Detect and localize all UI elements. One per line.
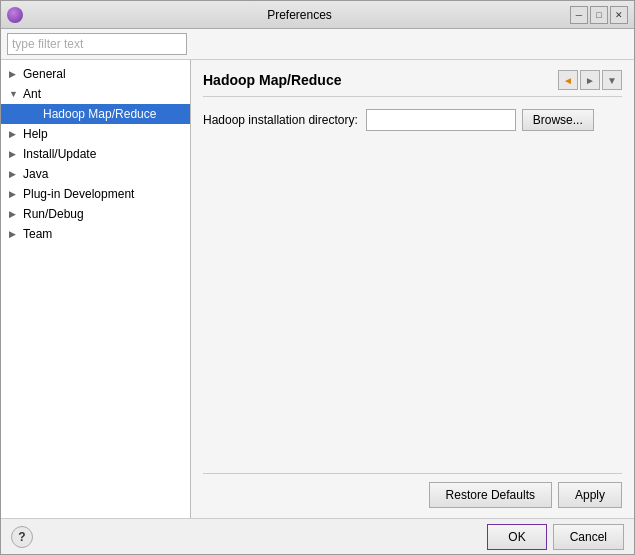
sidebar-label-java: Java — [23, 167, 48, 181]
sidebar-label-plugin: Plug-in Development — [23, 187, 134, 201]
right-panel: Hadoop Map/Reduce ◄ ► ▼ Hadoop installat… — [191, 60, 634, 518]
sidebar-label-hadoop: Hadoop Map/Reduce — [43, 107, 156, 121]
directory-input[interactable] — [366, 109, 516, 131]
nav-dropdown-button[interactable]: ▼ — [602, 70, 622, 90]
expand-arrow-team: ▶ — [9, 229, 19, 239]
window-title: Preferences — [29, 8, 570, 22]
nav-forward-button[interactable]: ► — [580, 70, 600, 90]
expand-arrow-plugin: ▶ — [9, 189, 19, 199]
help-button[interactable]: ? — [11, 526, 33, 548]
browse-button[interactable]: Browse... — [522, 109, 594, 131]
title-controls: ─ □ ✕ — [570, 6, 628, 24]
panel-nav: ◄ ► ▼ — [558, 70, 622, 90]
sidebar-item-install-update[interactable]: ▶ Install/Update — [1, 144, 190, 164]
ok-button[interactable]: OK — [487, 524, 546, 550]
sidebar-label-help: Help — [23, 127, 48, 141]
sidebar-label-general: General — [23, 67, 66, 81]
sidebar-item-run-debug[interactable]: ▶ Run/Debug — [1, 204, 190, 224]
ok-cancel-group: OK Cancel — [487, 524, 624, 550]
title-bar: Preferences ─ □ ✕ — [1, 1, 634, 29]
minimize-button[interactable]: ─ — [570, 6, 588, 24]
window-footer: ? OK Cancel — [1, 518, 634, 554]
app-icon — [7, 7, 23, 23]
expand-arrow-ant: ▼ — [9, 89, 19, 99]
expand-arrow-general: ▶ — [9, 69, 19, 79]
sidebar-item-team[interactable]: ▶ Team — [1, 224, 190, 244]
sidebar-label-team: Team — [23, 227, 52, 241]
expand-arrow-run: ▶ — [9, 209, 19, 219]
sidebar-item-help[interactable]: ▶ Help — [1, 124, 190, 144]
sidebar-tree: ▶ General ▼ Ant Hadoop Map/Reduce ▶ Help… — [1, 60, 191, 518]
nav-forward-icon: ► — [585, 75, 595, 86]
sidebar-item-general[interactable]: ▶ General — [1, 64, 190, 84]
expand-arrow-help: ▶ — [9, 129, 19, 139]
panel-footer: Restore Defaults Apply — [203, 473, 622, 508]
panel-body: Hadoop installation directory: Browse... — [203, 109, 622, 473]
preferences-window: Preferences ─ □ ✕ ▶ General ▼ Ant Hadoop… — [0, 0, 635, 555]
sidebar-item-plugin-development[interactable]: ▶ Plug-in Development — [1, 184, 190, 204]
directory-form-row: Hadoop installation directory: Browse... — [203, 109, 622, 131]
close-button[interactable]: ✕ — [610, 6, 628, 24]
directory-label: Hadoop installation directory: — [203, 113, 358, 127]
expand-arrow-java: ▶ — [9, 169, 19, 179]
sidebar-label-run: Run/Debug — [23, 207, 84, 221]
main-content: ▶ General ▼ Ant Hadoop Map/Reduce ▶ Help… — [1, 60, 634, 518]
sidebar-item-ant[interactable]: ▼ Ant — [1, 84, 190, 104]
nav-back-icon: ◄ — [563, 75, 573, 86]
sidebar-label-install: Install/Update — [23, 147, 96, 161]
maximize-button[interactable]: □ — [590, 6, 608, 24]
expand-arrow-install: ▶ — [9, 149, 19, 159]
restore-defaults-button[interactable]: Restore Defaults — [429, 482, 552, 508]
nav-back-button[interactable]: ◄ — [558, 70, 578, 90]
filter-input[interactable] — [7, 33, 187, 55]
nav-dropdown-icon: ▼ — [607, 75, 617, 86]
panel-header: Hadoop Map/Reduce ◄ ► ▼ — [203, 70, 622, 97]
filter-bar — [1, 29, 634, 60]
sidebar-label-ant: Ant — [23, 87, 41, 101]
apply-button[interactable]: Apply — [558, 482, 622, 508]
sidebar-item-hadoop-mapreduce[interactable]: Hadoop Map/Reduce — [1, 104, 190, 124]
cancel-button[interactable]: Cancel — [553, 524, 624, 550]
sidebar-item-java[interactable]: ▶ Java — [1, 164, 190, 184]
panel-title: Hadoop Map/Reduce — [203, 72, 341, 88]
